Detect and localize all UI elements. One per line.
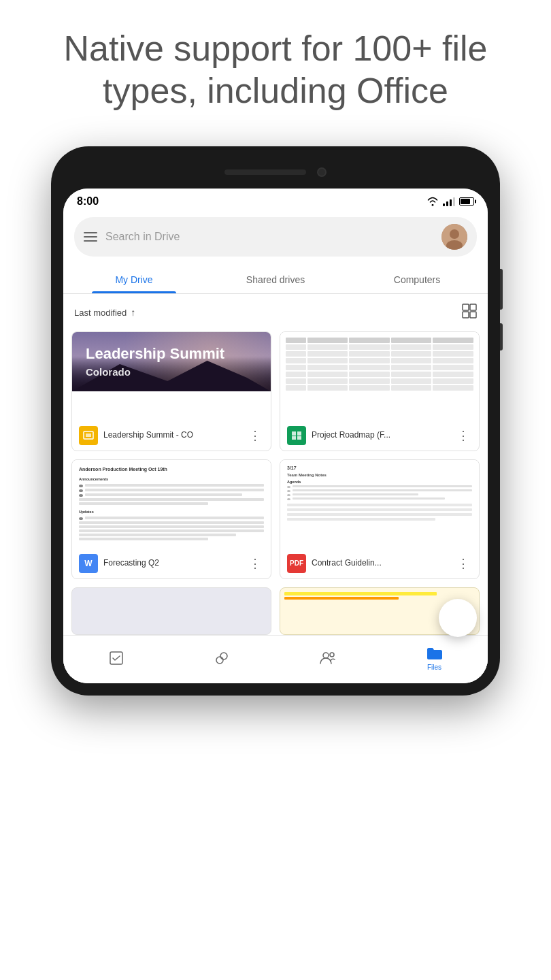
file-name-leadership: Leadership Summit - CO <box>103 430 241 441</box>
more-options-forecasting[interactable]: ⋮ <box>246 556 264 571</box>
sort-arrow: ↑ <box>131 307 135 318</box>
docs-icon: W <box>79 554 98 573</box>
file-card-roadmap[interactable]: Project Roadmap (F... ⋮ <box>280 331 480 451</box>
file-info-contract: PDF Contract Guidelin... ⋮ <box>280 549 479 578</box>
svg-rect-12 <box>292 436 296 440</box>
tab-shared-drives[interactable]: Shared drives <box>205 265 346 293</box>
svg-rect-10 <box>292 431 296 436</box>
fab-add[interactable] <box>439 599 477 637</box>
slides-icon <box>79 426 98 445</box>
svg-rect-9 <box>86 434 91 437</box>
circles-icon <box>214 650 230 666</box>
checkmark-icon <box>108 650 124 666</box>
file-card-forecasting[interactable]: Anderson Production Meeting Oct 19th Ann… <box>71 459 271 579</box>
file-info-leadership: Leadership Summit - CO ⋮ <box>72 421 271 451</box>
file-name-contract: Contract Guidelin... <box>312 558 449 569</box>
tab-my-drive[interactable]: My Drive <box>63 265 205 293</box>
people-icon <box>319 650 337 666</box>
avatar-image <box>441 224 467 250</box>
file-thumbnail-contract: 3/17 Team Meeting Notes Agenda <box>280 460 479 549</box>
search-bar[interactable]: Search in Drive <box>74 217 477 257</box>
svg-rect-3 <box>463 304 469 310</box>
volume-button <box>500 323 503 350</box>
svg-rect-6 <box>470 312 476 318</box>
file-thumbnail-leadership: Leadership Summit Colorado <box>72 332 271 421</box>
nav-item-shared[interactable] <box>308 647 348 669</box>
pdf-icon: PDF <box>287 554 306 573</box>
plus-icon <box>447 607 469 629</box>
search-bar-container: Search in Drive <box>63 212 488 265</box>
sheets-icon <box>287 426 306 445</box>
svg-rect-13 <box>297 436 301 440</box>
partial-cards-row <box>63 587 488 635</box>
svg-point-17 <box>216 657 223 664</box>
bottom-nav: Files <box>63 635 488 683</box>
file-info-forecasting: W Forecasting Q2 ⋮ <box>72 549 271 578</box>
svg-rect-11 <box>297 431 301 436</box>
tabs-container: My Drive Shared drives Computers <box>63 265 488 294</box>
more-options-roadmap[interactable]: ⋮ <box>454 428 472 443</box>
svg-rect-4 <box>470 304 476 310</box>
power-button <box>500 269 503 310</box>
phone-top-bar <box>63 159 488 186</box>
more-options-contract[interactable]: ⋮ <box>454 556 472 571</box>
speaker-grille <box>224 169 306 175</box>
phone-device: 8:00 <box>51 146 500 696</box>
signal-icon <box>443 197 455 206</box>
front-camera <box>317 167 327 177</box>
nav-item-files[interactable] <box>97 647 135 669</box>
file-info-roadmap: Project Roadmap (F... ⋮ <box>280 421 479 451</box>
file-thumbnail-forecasting: Anderson Production Meeting Oct 19th Ann… <box>72 460 271 549</box>
battery-icon <box>459 197 474 206</box>
nav-label-drive: Files <box>427 664 441 671</box>
headline: Native support for 100+ file types, incl… <box>23 0 529 146</box>
svg-point-18 <box>220 653 227 659</box>
partial-card-1 <box>71 587 271 635</box>
file-card-contract[interactable]: 3/17 Team Meeting Notes Agenda <box>280 459 480 579</box>
nav-item-search[interactable] <box>203 647 241 669</box>
thumb-title-leadership: Leadership Summit <box>86 346 257 362</box>
phone-screen: 8:00 <box>63 189 488 683</box>
svg-rect-16 <box>110 652 122 664</box>
search-input[interactable]: Search in Drive <box>105 231 433 243</box>
sort-label[interactable]: Last modified ↑ <box>74 307 135 318</box>
file-name-roadmap: Project Roadmap (F... <box>312 430 449 441</box>
svg-rect-5 <box>463 312 469 318</box>
thumb-sub-leadership: Colorado <box>86 366 257 378</box>
status-bar: 8:00 <box>63 189 488 212</box>
avatar[interactable] <box>441 224 467 250</box>
grid-view-icon[interactable] <box>462 304 477 322</box>
wifi-icon <box>427 197 439 206</box>
status-time: 8:00 <box>77 195 99 208</box>
hamburger-icon[interactable] <box>84 232 97 242</box>
svg-point-19 <box>323 653 329 658</box>
nav-item-drive[interactable]: Files <box>415 642 454 674</box>
content-area: Last modified ↑ <box>63 294 488 683</box>
file-name-forecasting: Forecasting Q2 <box>103 558 241 569</box>
svg-point-1 <box>450 229 459 239</box>
folder-icon <box>426 645 444 662</box>
file-grid: Leadership Summit Colorado <box>63 331 488 587</box>
tab-computers[interactable]: Computers <box>346 265 488 293</box>
more-options-leadership[interactable]: ⋮ <box>246 428 264 443</box>
status-icons <box>427 197 474 206</box>
file-card-leadership[interactable]: Leadership Summit Colorado <box>71 331 271 451</box>
sort-bar: Last modified ↑ <box>63 294 488 331</box>
svg-point-20 <box>330 653 334 657</box>
file-thumbnail-roadmap <box>280 332 479 421</box>
